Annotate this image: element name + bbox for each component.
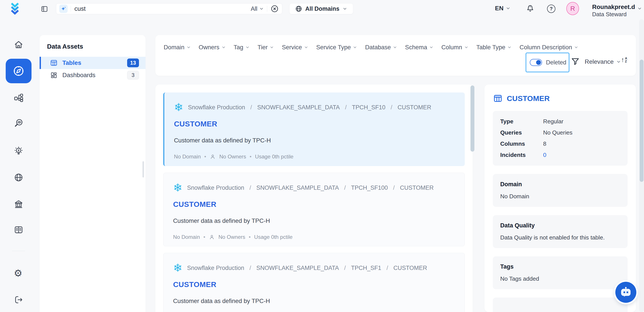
window-scrollbar-thumb[interactable] — [640, 60, 644, 182]
summary-title-link[interactable]: CUSTOMER — [507, 94, 550, 103]
filter-database[interactable]: Database — [365, 44, 397, 51]
crumb-schema[interactable]: TPCH_SF1 — [351, 265, 381, 271]
snowflake-icon: ❄ — [173, 262, 182, 273]
incidents-link[interactable]: 0 — [543, 151, 620, 159]
section-title: Domain — [500, 181, 620, 188]
search-input[interactable] — [74, 5, 248, 13]
result-title-link[interactable]: CUSTOMER — [174, 120, 217, 128]
sidebar-item-home[interactable] — [14, 40, 24, 50]
crumb-database[interactable]: SNOWFLAKE_SAMPLE_DATA — [257, 104, 340, 111]
asset-type-tables[interactable]: Tables 13 — [40, 57, 146, 69]
sort-field-dropdown[interactable]: Relevance — [585, 57, 621, 67]
search-scope-dropdown[interactable]: All — [251, 6, 264, 12]
result-card-tpch-sf100[interactable]: ❄ Snowflake Production / SNOWFLAKE_SAMPL… — [163, 173, 465, 246]
sidebar-item-settings[interactable]: ⚙ — [14, 268, 24, 278]
app-logo[interactable] — [9, 3, 21, 15]
chevron-down-icon — [186, 45, 191, 50]
asset-type-dashboards[interactable]: Dashboards 3 — [40, 69, 146, 81]
filter-domain[interactable]: Domain — [164, 44, 191, 51]
user-menu-chevron[interactable] — [637, 6, 642, 11]
section-body: No Domain — [500, 193, 620, 200]
section-body: No Tags added — [500, 275, 620, 282]
topology-icon — [14, 93, 24, 103]
result-title-link[interactable]: CUSTOMER — [173, 200, 216, 209]
data-assets-title: Data Assets — [47, 43, 146, 50]
book-icon — [14, 225, 24, 235]
clear-icon — [271, 5, 278, 13]
user-menu[interactable]: Rounakpreet.d Data Steward — [592, 3, 635, 18]
all-domains-dropdown[interactable]: All Domains — [289, 3, 353, 14]
search-clear-button[interactable] — [270, 5, 279, 13]
breadcrumb: ❄ Snowflake Production / SNOWFLAKE_SAMPL… — [173, 262, 455, 274]
sidebar-item-governance[interactable] — [14, 199, 24, 209]
language-dropdown[interactable]: EN — [495, 5, 510, 12]
result-description: Customer data as defined by TPC-H — [174, 137, 455, 144]
entity-summary-panel: CUSTOMER Type Regular Queries No Queries… — [484, 85, 636, 312]
ai-search-icon[interactable] — [59, 5, 68, 13]
result-card-tpch-sf10[interactable]: ❄ Snowflake Production / SNOWFLAKE_SAMPL… — [163, 92, 465, 166]
left-panel-scrollbar-thumb[interactable] — [142, 161, 144, 178]
info-label-columns: Columns — [500, 140, 543, 147]
search-divider — [267, 6, 267, 12]
logout-icon — [14, 295, 24, 304]
sidebar-item-glossary[interactable] — [14, 225, 24, 235]
filter-column-description[interactable]: Column Description — [520, 44, 578, 51]
panel-left-icon — [41, 5, 48, 13]
gear-icon: ⚙ — [14, 268, 22, 278]
sidebar-item-lineage[interactable] — [14, 93, 24, 103]
explore-filter-bar: Domain Owners Tag Tier Service Service T… — [155, 35, 636, 76]
sidebar-item-explore[interactable] — [6, 59, 32, 83]
sidebar-item-domains[interactable] — [14, 173, 24, 182]
filter-tag[interactable]: Tag — [234, 44, 250, 51]
result-meta: No Domain • No Owners • Usage 0th pctile — [174, 153, 455, 160]
crumb-schema[interactable]: TPCH_SF100 — [351, 185, 388, 191]
filter-schema[interactable]: Schema — [405, 44, 434, 51]
info-label-type: Type — [500, 118, 543, 125]
table-icon — [493, 94, 502, 103]
filter-service-type[interactable]: Service Type — [316, 44, 357, 51]
chat-widget-button[interactable] — [615, 282, 636, 303]
meta-domain: No Domain — [173, 234, 200, 240]
lightbulb-icon — [14, 146, 24, 155]
crumb-service[interactable]: Snowflake Production — [187, 185, 244, 191]
user-role: Data Steward — [592, 11, 635, 18]
filter-service[interactable]: Service — [282, 44, 308, 51]
crumb-table[interactable]: CUSTOMER — [398, 104, 431, 111]
summary-header: CUSTOMER — [493, 94, 636, 103]
result-card-tpch-sf1[interactable]: ❄ Snowflake Production / SNOWFLAKE_SAMPL… — [163, 253, 465, 312]
sort-direction-button[interactable]: ↑ A Z — [621, 57, 627, 63]
filter-owners[interactable]: Owners — [199, 44, 226, 51]
list-scrollbar-thumb[interactable] — [470, 85, 474, 152]
section-title: Data Quality — [500, 222, 620, 229]
crumb-table[interactable]: CUSTOMER — [394, 265, 427, 271]
global-search: All — [56, 3, 282, 14]
avatar-initial: R — [570, 5, 575, 12]
table-icon — [50, 59, 58, 67]
avatar[interactable]: R — [566, 2, 579, 15]
filter-table-type[interactable]: Table Type — [476, 44, 512, 51]
notifications-button[interactable] — [526, 5, 534, 13]
sidebar-collapse-button[interactable] — [41, 5, 48, 13]
result-title-link[interactable]: CUSTOMER — [173, 280, 216, 289]
meta-domain: No Domain — [174, 153, 201, 160]
help-button[interactable]: ? — [547, 5, 556, 13]
result-description: Customer data as defined by TPC-H — [173, 297, 455, 304]
chevron-down-icon — [574, 45, 578, 50]
crumb-schema[interactable]: TPCH_SF10 — [352, 104, 385, 111]
crumb-table[interactable]: CUSTOMER — [400, 185, 434, 191]
sidebar-item-observability[interactable] — [14, 118, 24, 128]
chevron-down-icon — [222, 45, 226, 50]
sidebar-item-logout[interactable] — [14, 295, 24, 304]
sort-arrow-icon: ↑ — [621, 57, 624, 63]
crumb-database[interactable]: SNOWFLAKE_SAMPLE_DATA — [256, 185, 339, 191]
filter-tier[interactable]: Tier — [258, 44, 274, 51]
sidebar-item-insights[interactable] — [14, 146, 24, 155]
crumb-service[interactable]: Snowflake Production — [187, 265, 244, 271]
chevron-down-icon — [270, 45, 274, 50]
globe-icon — [14, 173, 24, 182]
filter-column[interactable]: Column — [441, 44, 468, 51]
crumb-service[interactable]: Snowflake Production — [188, 104, 245, 111]
filter-funnel-button[interactable] — [571, 57, 580, 66]
deleted-toggle[interactable] — [530, 59, 542, 66]
crumb-database[interactable]: SNOWFLAKE_SAMPLE_DATA — [256, 265, 339, 271]
